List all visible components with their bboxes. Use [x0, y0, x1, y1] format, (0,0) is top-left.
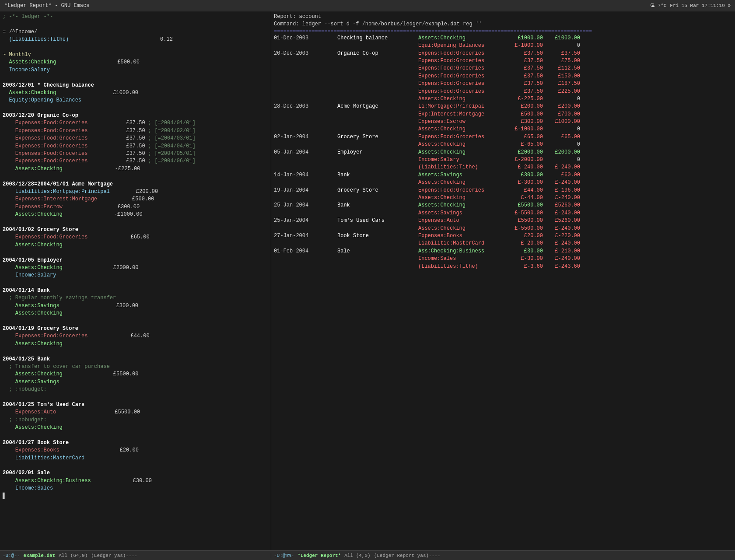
savings-comment: ; Regular monthly savings transfer [3, 294, 268, 302]
report-table: 01-Dec-2003 Checking balance Assets:Chec… [274, 35, 732, 270]
blank-line13 [3, 462, 268, 469]
position-right: All (4,0) [344, 553, 370, 558]
checking-savings: Assets:Checking [3, 310, 268, 317]
auto-5500: Expenses:Auto£5500.00 [3, 409, 268, 416]
report-row: Expens:Food:Groceries £37.50 £75.00 [274, 57, 732, 65]
title-bar: *Ledger Report* - GNU Emacs 🌤 7°C Fri 15… [0, 0, 735, 11]
report-row: Expens:Food:Groceries £37.50 £150.00 [274, 73, 732, 80]
report-row: Expens:Food:Groceries £37.50 £187.50 [274, 80, 732, 88]
tithe-entry: (Liabilities:Tithe) 0.12 [3, 36, 268, 43]
equity-opening: Equity:Opening Balances [3, 97, 268, 104]
filename-right: *Ledger Report* [298, 553, 341, 558]
window-title: *Ledger Report* - GNU Emacs [4, 3, 89, 9]
mortgage-principal: Liabilities:Mortgage:Principal£200.00 [3, 188, 268, 196]
report-title: Report: account [274, 13, 732, 21]
blank-line5 [3, 173, 268, 180]
report-row: Income:Sales £-30.00 £-240.00 [274, 255, 732, 262]
blank-line7 [3, 249, 268, 256]
savings-debit: Assets:Savings [3, 378, 268, 386]
groceries-5: Expenses:Food:Groceries£37.50 ; [=2004/0… [3, 150, 268, 158]
interest-mortgage: Expenses:Interest:Mortgage£500.00 [3, 196, 268, 203]
report-row: 02-Jan-2004 Grocery Store Expens:Food:Gr… [274, 133, 732, 141]
groceries-1: Expenses:Food:Groceries£37.50 ; [=2004/0… [3, 119, 268, 127]
cursor-line: ▋ [3, 493, 268, 500]
report-row: 14-Jan-2004 Bank Assets:Savings £300.00 … [274, 172, 732, 179]
mode-left: (Ledger yas)---- [91, 553, 137, 558]
report-row: Expens:Food:Groceries £37.50 £225.00 [274, 88, 732, 95]
checking-5500: Assets:Checking£5500.00 [3, 371, 268, 378]
books-20: Expenses:Books£20.00 [3, 447, 268, 454]
datetime-display: Fri 15 Mar 17:11:19 ⚙ [670, 3, 731, 8]
groceries-3: Expenses:Food:Groceries£37.50 ; [=2004/0… [3, 135, 268, 142]
entry-grocery-0119: 2004/01/19 Grocery Store [3, 325, 268, 332]
system-tray: 🌤 7°C Fri 15 Mar 17:11:19 ⚙ [650, 3, 731, 8]
groceries-65: Expenses:Food:Groceries£65.00 [3, 234, 268, 241]
report-row: Equi:Opening Balances £-1000.00 0 [274, 42, 732, 49]
report-row: Expens:Food:Groceries £37.50 £112.50 [274, 65, 732, 72]
report-row: (Liabilities:Tithe) £-3.60 £-243.60 [274, 263, 732, 270]
checking-grocery: Assets:Checking [3, 242, 268, 249]
report-row: Liabilitie:MasterCard £-20.00 £-240.00 [274, 240, 732, 247]
comment-line: ; -*- ledger -*- [3, 13, 268, 21]
savings-300: Assets:Savings£300.00 [3, 302, 268, 310]
report-row: 05-Jan-2004 Employer Assets:Checking £20… [274, 149, 732, 156]
nobudget-1: ; :nobudget: [3, 386, 268, 393]
checking-225: Assets:Checking-£225.00 [3, 165, 268, 173]
assets-checking-1000: Assets:Checking£1000.00 [3, 89, 268, 97]
income-salary: Income:Salary [3, 272, 268, 279]
position-left: All (64,0) [59, 553, 88, 558]
report-separator: ========================================… [274, 28, 732, 35]
entry-bookstore: 2004/01/27 Book Store [3, 439, 268, 447]
blank-line11 [3, 394, 268, 401]
entry-bank-0114: 2004/01/14 Bank [3, 287, 268, 294]
blank-line4 [3, 105, 268, 112]
mode-right: (Ledger Report yas)---- [374, 553, 441, 558]
blank-line2 [3, 44, 268, 51]
checking-auto: Assets:Checking [3, 424, 268, 431]
checking-groceries: Assets:Checking [3, 340, 268, 348]
groceries-2: Expenses:Food:Groceries£37.50 ; [=2004/0… [3, 127, 268, 135]
status-mode-left: -U:@-- [3, 553, 20, 558]
report-row: 27-Jan-2004 Book Store Expenses:Books £2… [274, 232, 732, 240]
mastercard: Liabilities:MasterCard [3, 455, 268, 462]
report-row: Exp:Interest:Mortgage £500.00 £700.00 [274, 111, 732, 118]
checking-business-30: Assets:Checking:Business£30.00 [3, 477, 268, 485]
report-row: Income:Salary £-2000.00 0 [274, 156, 732, 164]
report-row: 20-Dec-2003 Organic Co-op Expens:Food:Gr… [274, 50, 732, 57]
entry-20031201: 2003/12/01 * Checking balance [3, 82, 268, 89]
report-row: 19-Jan-2004 Grocery Store Expens:Food:Gr… [274, 187, 732, 194]
entry-sale: 2004/02/01 Sale [3, 469, 268, 477]
weather-display: 🌤 7°C [650, 3, 666, 8]
checking-1000: Assets:Checking-£1000.00 [3, 211, 268, 218]
blank-line8 [3, 280, 268, 287]
entry-employer: 2004/01/05 Employer [3, 257, 268, 264]
blank-line3 [3, 74, 268, 81]
filename-left: example.dat [24, 553, 56, 558]
report-row: (Liabilities:Tithe) £-240.00 £-240.00 [274, 164, 732, 171]
report-row: 28-Dec-2003 Acme Mortgage Li:Mortgage:Pr… [274, 103, 732, 110]
report-row: Assets:Checking £-65.00 0 [274, 141, 732, 148]
entry-bank-0125: 2004/01/25 Bank [3, 356, 268, 363]
blank-line10 [3, 348, 268, 355]
status-left: -U:@-- example.dat All (64,0) (Ledger ya… [0, 553, 271, 558]
blank-line6 [3, 219, 268, 226]
report-row: 01-Feb-2004 Sale Ass:Checking:Business £… [274, 248, 732, 255]
main-container: ; -*- ledger -*- = /^Income/ (Liabilitie… [0, 11, 735, 550]
entry-grocery-0102: 2004/01/02 Grocery Store [3, 226, 268, 234]
nobudget-2: ; :nobudget: [3, 416, 268, 424]
monthly-heading: ~ Monthly [3, 51, 268, 59]
report-row: 01-Dec-2003 Checking balance Assets:Chec… [274, 35, 732, 42]
left-pane-editor[interactable]: ; -*- ledger -*- = /^Income/ (Liabilitie… [0, 11, 271, 550]
groceries-6: Expenses:Food:Groceries£37.50 ; [=2004/0… [3, 158, 268, 165]
blank-line12 [3, 431, 268, 439]
status-right: -U:@%%- *Ledger Report* All (4,0) (Ledge… [271, 553, 735, 558]
entry-mortgage: 2003/12/28=2004/01/01 Acme Mortgage [3, 181, 268, 188]
entry-cars: 2004/01/25 Tom's Used Cars [3, 401, 268, 409]
report-row: Assets:Savings £-5500.00 £-240.00 [274, 210, 732, 217]
report-row: Expenses:Escrow £300.00 £1000.00 [274, 118, 732, 126]
income-sales: Income:Sales [3, 485, 268, 492]
escrow: Expenses:Escrow£300.00 [3, 203, 268, 211]
groceries-44: Expenses:Food:Groceries£44.00 [3, 332, 268, 340]
income-salary-monthly: Income:Salary [3, 66, 268, 74]
report-command: Command: ledger --sort d -f /home/borbus… [274, 21, 732, 28]
